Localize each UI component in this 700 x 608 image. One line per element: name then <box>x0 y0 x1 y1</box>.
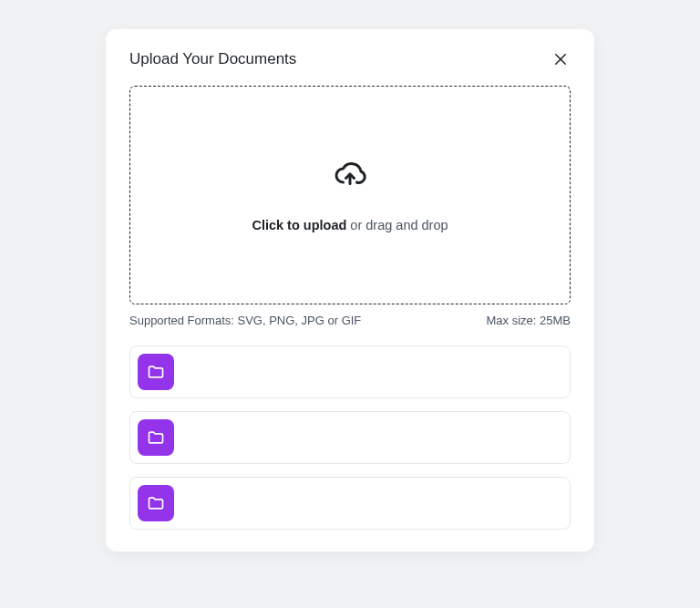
upload-dropzone[interactable]: Click to upload or drag and drop <box>129 86 571 304</box>
folder-icon <box>147 428 165 447</box>
close-button[interactable] <box>551 49 571 69</box>
folder-badge <box>138 419 174 456</box>
drag-drop-label: or drag and drop <box>346 218 448 232</box>
folder-badge <box>138 485 174 521</box>
folder-icon <box>147 494 165 512</box>
max-size-label: Max size: 25MB <box>487 314 571 327</box>
modal-title: Upload Your Documents <box>129 50 296 68</box>
modal-header: Upload Your Documents <box>129 49 571 69</box>
folder-badge <box>138 354 174 390</box>
click-to-upload-label: Click to upload <box>252 218 346 232</box>
file-row[interactable] <box>129 411 571 464</box>
close-icon <box>552 51 569 67</box>
upload-modal: Upload Your Documents Click to upload or… <box>106 29 594 551</box>
folder-icon <box>147 363 165 381</box>
hints-row: Supported Formats: SVG, PNG, JPG or GIF … <box>129 314 571 327</box>
file-row[interactable] <box>129 477 571 530</box>
file-rows <box>129 345 571 530</box>
file-row[interactable] <box>129 345 571 398</box>
dropzone-text: Click to upload or drag and drop <box>252 218 448 232</box>
supported-formats-label: Supported Formats: SVG, PNG, JPG or GIF <box>129 314 361 327</box>
cloud-upload-icon <box>334 158 366 194</box>
